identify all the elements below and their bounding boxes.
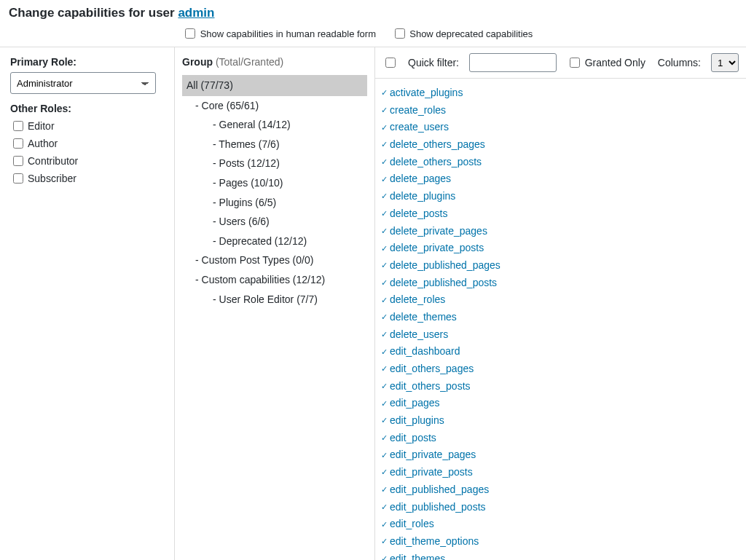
tree-subnode[interactable]: - Plugins (6/5) — [182, 193, 367, 213]
capability-row[interactable]: ✓delete_pages — [380, 170, 746, 188]
check-icon: ✓ — [380, 156, 388, 168]
other-role-item[interactable]: Author — [10, 135, 164, 152]
check-icon: ✓ — [380, 138, 388, 151]
capabilities-list: ✓activate_plugins✓create_roles✓create_us… — [375, 79, 746, 560]
other-roles-section: Other Roles: EditorAuthorContributorSubs… — [10, 103, 164, 187]
capability-row[interactable]: ✓edit_private_pages — [380, 446, 746, 464]
other-role-label: Editor — [28, 120, 55, 132]
capability-name: delete_published_posts — [390, 275, 497, 291]
capability-row[interactable]: ✓edit_published_posts — [380, 499, 746, 516]
check-icon: ✓ — [380, 553, 388, 560]
check-icon: ✓ — [380, 311, 388, 323]
group-subtitle: (Total/Granted) — [216, 56, 283, 68]
other-role-checkbox[interactable] — [13, 173, 23, 184]
capability-row[interactable]: ✓activate_plugins — [380, 84, 746, 102]
tree-subnode[interactable]: - Pages (10/10) — [182, 173, 367, 193]
check-icon: ✓ — [380, 346, 388, 358]
capability-row[interactable]: ✓edit_posts — [380, 430, 746, 447]
other-role-item[interactable]: Editor — [10, 117, 164, 135]
check-icon: ✓ — [380, 190, 388, 202]
capability-name: edit_others_pages — [390, 361, 474, 377]
other-role-checkbox[interactable] — [13, 121, 23, 131]
capability-row[interactable]: ✓edit_theme_options — [380, 533, 746, 551]
check-icon: ✓ — [380, 208, 388, 220]
capability-row[interactable]: ✓delete_others_posts — [380, 154, 746, 171]
columns-select[interactable]: 1 — [711, 53, 739, 72]
capability-row[interactable]: ✓create_roles — [380, 102, 746, 119]
other-roles-label: Other Roles: — [10, 103, 164, 114]
title-user-link[interactable]: admin — [178, 6, 214, 20]
capability-row[interactable]: ✓delete_published_pages — [380, 257, 746, 275]
check-icon: ✓ — [380, 484, 388, 496]
other-role-checkbox[interactable] — [13, 156, 23, 166]
capability-row[interactable]: ✓edit_published_pages — [380, 481, 746, 499]
check-icon: ✓ — [380, 173, 388, 186]
tree-node[interactable]: - Core (65/61) — [182, 96, 367, 116]
capability-row[interactable]: ✓delete_plugins — [380, 188, 746, 205]
capability-row[interactable]: ✓delete_published_posts — [380, 275, 746, 292]
tree-subnode[interactable]: - General (14/12) — [182, 115, 367, 135]
capability-row[interactable]: ✓edit_others_pages — [380, 360, 746, 378]
capability-name: edit_themes — [390, 551, 445, 560]
granted-only-checkbox[interactable] — [570, 58, 580, 68]
capability-row[interactable]: ✓create_users — [380, 119, 746, 136]
human-readable-label: Show capabilities in human readable form — [200, 28, 376, 39]
capability-name: edit_private_pages — [390, 447, 476, 463]
quick-filter-input[interactable] — [469, 53, 557, 72]
tree-subnode[interactable]: - Posts (12/12) — [182, 154, 367, 173]
capability-row[interactable]: ✓delete_private_pages — [380, 223, 746, 240]
other-role-label: Contributor — [28, 155, 78, 167]
show-deprecated-label: Show deprecated capabilities — [409, 28, 533, 39]
human-readable-checkbox[interactable] — [185, 28, 195, 39]
check-icon: ✓ — [380, 259, 388, 272]
granted-only-label: Granted Only — [585, 57, 645, 68]
other-role-checkbox[interactable] — [13, 138, 23, 149]
select-all-checkbox[interactable] — [385, 58, 396, 68]
tree-subnode[interactable]: - User Role Editor (7/7) — [182, 290, 367, 309]
capability-row[interactable]: ✓edit_pages — [380, 395, 746, 412]
capability-row[interactable]: ✓delete_others_pages — [380, 136, 746, 154]
capability-name: delete_private_pages — [390, 224, 487, 240]
capability-row[interactable]: ✓delete_roles — [380, 291, 746, 309]
option-human-readable[interactable]: Show capabilities in human readable form — [182, 26, 376, 41]
other-role-item[interactable]: Contributor — [10, 152, 164, 170]
capability-name: delete_plugins — [390, 189, 455, 205]
group-header: Group (Total/Granted) — [182, 56, 367, 68]
tree-subnode[interactable]: - Themes (7/6) — [182, 135, 367, 154]
tree-node[interactable]: - Custom Post Types (0/0) — [182, 251, 367, 270]
capability-row[interactable]: ✓edit_roles — [380, 516, 746, 533]
capability-row[interactable]: ✓delete_private_posts — [380, 240, 746, 257]
capability-row[interactable]: ✓delete_posts — [380, 205, 746, 223]
check-icon: ✓ — [380, 518, 388, 531]
capability-row[interactable]: ✓delete_users — [380, 326, 746, 344]
tree-subnode[interactable]: - Users (6/6) — [182, 212, 367, 232]
capability-row[interactable]: ✓edit_themes — [380, 551, 746, 560]
granted-only-option[interactable]: Granted Only — [567, 55, 645, 70]
capability-row[interactable]: ✓delete_themes — [380, 309, 746, 326]
tree-node[interactable]: - Custom capabilities (12/12) — [182, 270, 367, 290]
main-layout: Primary Role: Administrator Other Roles:… — [0, 47, 746, 560]
other-role-item[interactable]: Subscriber — [10, 170, 164, 187]
capability-name: delete_roles — [390, 292, 445, 308]
capability-row[interactable]: ✓edit_private_posts — [380, 464, 746, 481]
tree-all[interactable]: All (77/73) — [182, 75, 367, 96]
capability-row[interactable]: ✓edit_dashboard — [380, 343, 746, 360]
check-icon: ✓ — [380, 242, 388, 255]
columns-label: Columns: — [658, 57, 701, 68]
tree-subnode[interactable]: - Deprecated (12/12) — [182, 232, 367, 251]
capability-row[interactable]: ✓edit_others_posts — [380, 378, 746, 395]
capability-name: delete_themes — [390, 309, 457, 326]
check-icon: ✓ — [380, 398, 388, 410]
capability-name: edit_dashboard — [390, 344, 460, 360]
capability-name: delete_private_posts — [390, 240, 484, 256]
primary-role-select[interactable]: Administrator — [10, 72, 156, 94]
check-icon: ✓ — [380, 328, 388, 341]
filter-bar: Quick filter: Granted Only Columns: 1 — [375, 47, 746, 79]
capability-name: activate_plugins — [390, 85, 463, 101]
show-deprecated-checkbox[interactable] — [395, 28, 405, 39]
groups-panel: Group (Total/Granted) All (77/73) - Core… — [175, 47, 375, 560]
option-show-deprecated[interactable]: Show deprecated capabilities — [392, 26, 533, 41]
sidebar-roles: Primary Role: Administrator Other Roles:… — [0, 47, 175, 560]
primary-role-label: Primary Role: — [10, 56, 164, 68]
capability-row[interactable]: ✓edit_plugins — [380, 412, 746, 430]
